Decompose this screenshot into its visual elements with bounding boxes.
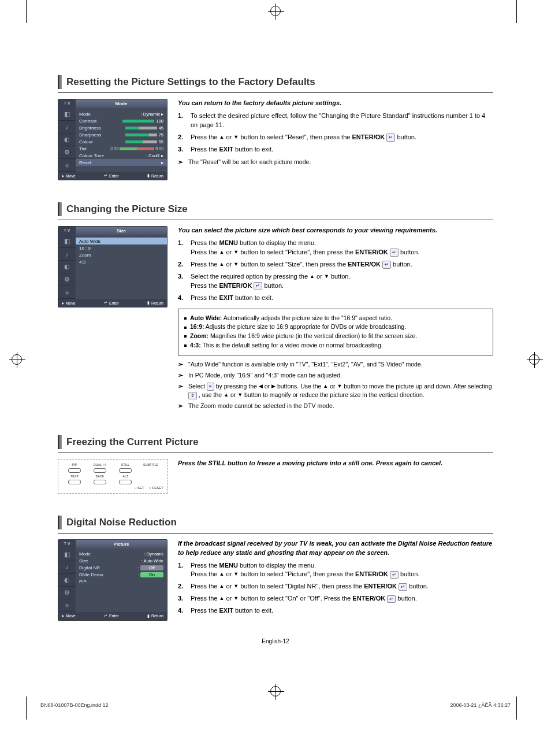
osd-corner: T V xyxy=(58,99,76,108)
osd-list-item: 16 : 9 xyxy=(79,244,163,251)
osd-row-brightness: Brightness xyxy=(79,125,101,131)
def-zoom: Magnifies the 16:9 wide picture (in the … xyxy=(210,332,417,339)
step-number: 3. xyxy=(178,272,191,291)
osd-row-dnie: DNIe Demo xyxy=(79,572,103,577)
def-169: Adjusts the picture size to 16:9 appropr… xyxy=(206,323,406,330)
remote-button xyxy=(119,480,132,484)
section-title-size: Changing the Picture Size xyxy=(66,203,188,215)
osd-sidebar-input-icon: ⎆ xyxy=(58,159,76,172)
note-arrow-icon: ➣ xyxy=(178,402,188,410)
enter-icon: ↵ xyxy=(390,249,399,257)
osd-val-mode: : Dynamic ▸ xyxy=(141,112,163,117)
osd-sidebar-setup-icon: ⚙ xyxy=(58,146,76,159)
step-number: 2. xyxy=(178,133,191,142)
step-number: 4. xyxy=(178,606,191,616)
note-arrow-icon: ➣ xyxy=(178,360,188,369)
enter-icon: ↵ xyxy=(254,282,262,290)
osd-row-dnr: Digital NR xyxy=(79,565,100,570)
osd-pill: : Off xyxy=(138,565,163,570)
step-number: 1. xyxy=(178,561,191,580)
def-43: This is the default setting for a video … xyxy=(202,342,382,349)
osd-slider: 75 xyxy=(125,132,163,138)
note-arrow-icon: ➣ xyxy=(178,158,188,166)
remote-label: SET xyxy=(135,486,144,490)
step-text: Press the EXIT button to exit. xyxy=(191,606,493,616)
osd-slider: 100 xyxy=(122,118,163,124)
osd-row-pip: PIP xyxy=(79,579,87,584)
osd-list-item: Zoom xyxy=(79,251,163,258)
step-text: Select the required option by pressing t… xyxy=(191,272,493,291)
remote-label: PIP xyxy=(67,463,82,466)
footer-timestamp: 2006-03-21 ¿ÀÈÄ 4:36:27 xyxy=(450,702,511,708)
osd-foot-move: ♦ Move xyxy=(62,173,76,178)
osd-tab: Size xyxy=(76,227,167,235)
remote-label: SUBTITLE xyxy=(143,463,158,466)
osd-sidebar-sound-icon: ♪ xyxy=(58,561,76,574)
osd-row-sharpness: Sharpness xyxy=(79,132,101,138)
size-definitions-box: Auto Wide: Automatically adjusts the pic… xyxy=(178,309,493,355)
osd-sidebar-channel-icon: ◐ xyxy=(58,134,76,146)
step-text: Press the ▲ or ▼ button to select "Reset… xyxy=(191,133,493,142)
section-intro: You can select the picture size which be… xyxy=(178,226,493,235)
enter-icon: ↵ xyxy=(386,134,395,142)
remote-illustration: PIP DUAL I-II STILL SUBTITLE TEXT BACK A… xyxy=(58,459,167,494)
osd-sidebar-sound-icon: ♪ xyxy=(58,248,76,261)
section-rule xyxy=(58,453,493,453)
osd-tint: G 50R 50 xyxy=(110,147,163,151)
osd-val: : Auto Wide xyxy=(142,558,163,564)
remote-button xyxy=(119,468,132,473)
crop-mark xyxy=(26,696,32,720)
registration-mark xyxy=(529,354,539,365)
enter-icon: ↵ xyxy=(399,583,407,591)
section-intro: Press the STILL button to freeze a movin… xyxy=(178,459,493,468)
step-number: 2. xyxy=(178,260,191,269)
osd-row-mode: Mode xyxy=(79,551,91,557)
osd-val-ctone: : Cool1 ▸ xyxy=(146,153,163,158)
section-rule xyxy=(58,533,493,533)
osd-foot-return: ▮ Return xyxy=(147,301,163,305)
osd-size-menu: T V Size ◧ ♪ ◐ ⚙ ⎆ Auto Wide 16 : 9 Zoom xyxy=(58,226,167,307)
remote-button xyxy=(94,468,106,473)
osd-row-reset: Reset xyxy=(79,160,91,165)
step-text: To select the desired picture effect, fo… xyxy=(191,112,493,130)
osd-sidebar-setup-icon: ⚙ xyxy=(58,587,76,599)
osd-list-item: 4:3 xyxy=(79,258,163,265)
enter-icon: ↵ xyxy=(387,595,396,603)
osd-corner: T V xyxy=(58,540,76,549)
osd-foot-move: ♦ Move xyxy=(62,614,76,618)
osd-foot-return: ▮ Return xyxy=(147,173,163,178)
zoom-size-icon: ⇕ xyxy=(188,392,197,400)
registration-mark xyxy=(270,6,281,16)
osd-foot-enter: ↵ Enter xyxy=(104,614,119,618)
step-number: 1. xyxy=(178,239,191,257)
def-auto-wide: Automatically adjusts the picture size t… xyxy=(224,314,392,321)
osd-sidebar-picture-icon: ◧ xyxy=(58,235,76,248)
zoom-move-icon: ≡ xyxy=(207,383,214,391)
osd-sidebar-sound-icon: ♪ xyxy=(58,121,76,134)
osd-row-size: Size xyxy=(79,558,88,564)
crop-mark xyxy=(26,0,32,23)
osd-sidebar-picture-icon: ◧ xyxy=(58,549,76,561)
title-bar-icon xyxy=(58,75,62,89)
note-text: Select ≡ by pressing the ◀ or ▶ buttons.… xyxy=(188,382,493,399)
page-content: Resetting the Picture Settings to the Fa… xyxy=(0,12,551,679)
enter-icon: ↵ xyxy=(390,571,399,579)
note-text: "Auto Wide" function is available only i… xyxy=(188,360,423,369)
section-title-reset: Resetting the Picture Settings to the Fa… xyxy=(66,76,315,88)
osd-row-contrast: Contrast xyxy=(79,118,96,124)
step-text: Press the EXIT button to exit. xyxy=(191,294,493,303)
step-number: 3. xyxy=(178,145,191,154)
footer-filename: BN68-01007B-00Eng.indd 12 xyxy=(40,702,109,708)
osd-row-colourtone: Colour Tone xyxy=(79,153,104,158)
step-text: Press the ▲ or ▼ button to select "Digit… xyxy=(191,582,493,591)
osd-foot-move: ♦ Move xyxy=(62,301,76,305)
remote-label: DUAL I-II xyxy=(92,463,107,466)
remote-button xyxy=(68,480,81,484)
step-text: Press the MENU button to display the men… xyxy=(191,239,493,257)
osd-tab: Mode xyxy=(76,99,167,108)
osd-sidebar-input-icon: ⎆ xyxy=(58,286,76,299)
remote-button xyxy=(94,480,106,484)
remote-label: STILL xyxy=(118,463,133,466)
osd-sidebar-picture-icon: ◧ xyxy=(58,108,76,121)
note-arrow-icon: ➣ xyxy=(178,371,188,380)
